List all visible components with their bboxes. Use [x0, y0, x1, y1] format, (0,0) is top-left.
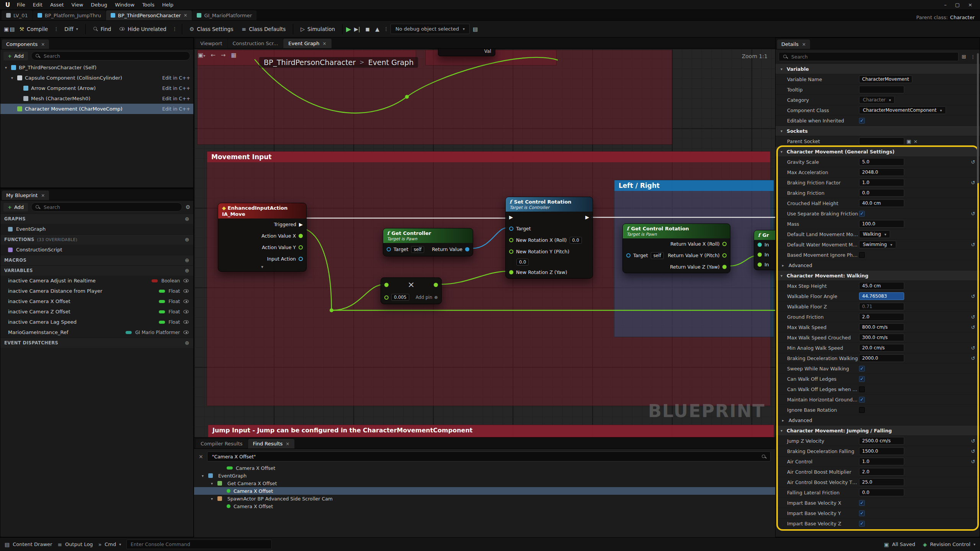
asset-tab-bp_thirdpersoncharacter[interactable]: BP_ThirdPersonCharacter×: [106, 10, 192, 20]
float-pin[interactable]: [509, 238, 513, 242]
add-pin-button[interactable]: Add pin⊕: [416, 295, 438, 300]
reset-icon[interactable]: ↺: [968, 355, 978, 361]
node-header[interactable]: fGet Control RotationTarget is Pawn: [623, 224, 730, 238]
find-result-row[interactable]: ▾SpawnActor BP Advanced Side Scroller Ca…: [194, 495, 775, 502]
details-input[interactable]: 2.0: [859, 313, 904, 321]
menu-tools[interactable]: Tools: [138, 1, 158, 8]
compile-button[interactable]: ⚒Compile: [15, 23, 52, 35]
details-input[interactable]: 2048.0: [859, 168, 904, 176]
float-pin[interactable]: [434, 283, 438, 287]
node-header[interactable]: fSet Control RotationTarget is Controlle…: [506, 197, 593, 212]
simulation-button[interactable]: ▷Simulation: [297, 23, 339, 35]
menu-file[interactable]: File: [13, 1, 29, 8]
node-partial-top[interactable]: Val: [438, 49, 495, 56]
eye-icon[interactable]: [183, 279, 189, 282]
cmd-dropdown[interactable]: »Cmd▾: [98, 541, 121, 548]
float-pin[interactable]: [384, 295, 389, 300]
component-row[interactable]: ▾BP_ThirdPersonCharacter (Self): [0, 62, 193, 73]
details-input[interactable]: 1500.0: [859, 447, 904, 455]
compile-options-icon[interactable]: ⋮: [52, 26, 60, 32]
float-pin[interactable]: [758, 253, 762, 257]
blueprint-section-graphs[interactable]: GRAPHS⊕: [0, 214, 193, 224]
class-defaults-button[interactable]: ≡Class Defaults: [238, 23, 289, 35]
reset-icon[interactable]: ↺: [968, 211, 978, 217]
chevron-down-icon[interactable]: ▾: [3, 65, 8, 70]
edit-cpp-link[interactable]: Edit in C++: [162, 85, 190, 91]
close-icon[interactable]: ×: [199, 453, 203, 460]
details-input[interactable]: 20.0 cm/s: [859, 344, 904, 352]
my-blueprint-tab[interactable]: My Blueprint×: [2, 191, 49, 200]
reset-icon[interactable]: ↺: [968, 345, 978, 351]
add-component-button[interactable]: +Add: [3, 52, 28, 60]
float-pin[interactable]: [722, 265, 727, 269]
close-icon[interactable]: ×: [183, 13, 187, 18]
parent-class-value[interactable]: Character: [950, 15, 975, 20]
menu-help[interactable]: Help: [158, 1, 177, 8]
wire-reroute-dot[interactable]: [405, 95, 409, 99]
details-advanced-row[interactable]: ▸Advanced: [776, 262, 812, 268]
details-options-icon[interactable]: ⋮: [969, 54, 977, 60]
details-input[interactable]: 0.0: [859, 489, 904, 496]
wire-float[interactable]: [730, 256, 755, 266]
console-command-input[interactable]: [126, 540, 272, 549]
stop-button[interactable]: ◼: [363, 26, 372, 32]
components-search[interactable]: [31, 51, 190, 60]
my-blueprint-search-input[interactable]: [43, 204, 178, 210]
socket-input[interactable]: [859, 137, 904, 145]
maximize-icon[interactable]: ▢: [955, 2, 960, 8]
reset-icon[interactable]: ↺: [968, 459, 978, 465]
menu-edit[interactable]: Edit: [29, 1, 46, 8]
play-options-icon[interactable]: ⋮: [382, 26, 390, 32]
debug-browse-icon[interactable]: ▤: [473, 26, 478, 32]
float-pin[interactable]: [299, 245, 303, 249]
reset-icon[interactable]: ↺: [968, 242, 978, 248]
find-search-input[interactable]: [211, 453, 761, 460]
details-input[interactable]: 2000.0: [859, 354, 904, 362]
details-input[interactable]: 0.71: [859, 303, 904, 310]
details-checkbox[interactable]: ✓: [859, 510, 865, 516]
menu-debug[interactable]: Debug: [87, 1, 111, 8]
close-icon[interactable]: ×: [323, 41, 327, 46]
details-checkbox[interactable]: [859, 252, 865, 258]
blueprint-item[interactable]: inactive Camera Lag SpeedFloat: [0, 317, 193, 327]
node-enhanced-input-action-ia-move[interactable]: ◆ EnhancedInputAction IA_Move Triggered▶…: [218, 203, 307, 272]
collapse-pins-icon[interactable]: ▾: [218, 264, 306, 271]
browse-icon[interactable]: ▤: [10, 26, 15, 32]
frame-skip-button[interactable]: ▶|: [352, 26, 362, 32]
back-arrow-icon[interactable]: ←: [211, 52, 216, 59]
minimize-icon[interactable]: –: [944, 2, 947, 8]
exec-pin[interactable]: ▶: [585, 215, 589, 220]
find-result-row[interactable]: ▾EventGraph: [194, 472, 775, 479]
details-input[interactable]: 40.0 cm: [859, 199, 904, 207]
input-action-pin[interactable]: [299, 257, 303, 261]
details-scrollbar[interactable]: [977, 53, 979, 183]
asset-tab-gi_marioplatformer[interactable]: GI_MarioPlatformer: [192, 10, 256, 20]
details-dropdown[interactable]: Walking▾: [859, 230, 890, 238]
details-checkbox[interactable]: [859, 386, 865, 392]
graph-tab-viewport[interactable]: Viewport: [195, 39, 227, 48]
socket-search-icon[interactable]: ▣: [906, 139, 911, 144]
find-tab-find-results[interactable]: Find Results×: [248, 439, 295, 448]
graph-overview-icon[interactable]: ▦: [231, 52, 236, 59]
details-input[interactable]: 45.0 cm: [859, 282, 904, 290]
details-advanced-row[interactable]: ▸Advanced: [776, 417, 812, 423]
blueprint-item[interactable]: inactive Camera X OffsetFloat: [0, 296, 193, 306]
menu-view[interactable]: View: [68, 1, 87, 8]
details-input[interactable]: 2500.0 cm/s: [859, 437, 904, 445]
add-icon[interactable]: ⊕: [185, 257, 189, 263]
pin-value-field[interactable]: 0.0: [570, 237, 582, 244]
add-icon[interactable]: ⊕: [185, 216, 189, 222]
object-pin[interactable]: [387, 247, 391, 251]
add-icon[interactable]: ⊕: [185, 267, 189, 274]
chevron-right-icon[interactable]: ▸: [781, 263, 786, 267]
content-drawer-button[interactable]: ▤Content Drawer: [5, 541, 52, 548]
eject-button[interactable]: ▲: [373, 26, 382, 32]
components-tab[interactable]: Components×: [2, 39, 49, 49]
debug-object-dropdown[interactable]: No debug object selected▾: [390, 24, 470, 34]
blueprint-item[interactable]: EventGraph: [0, 224, 193, 234]
close-icon[interactable]: ×: [968, 2, 972, 8]
float-pin[interactable]: [509, 249, 513, 254]
exec-pin[interactable]: ▶: [299, 222, 303, 227]
details-dropdown[interactable]: Character▾: [859, 96, 895, 104]
pin-value-field[interactable]: 0.005: [391, 294, 409, 301]
